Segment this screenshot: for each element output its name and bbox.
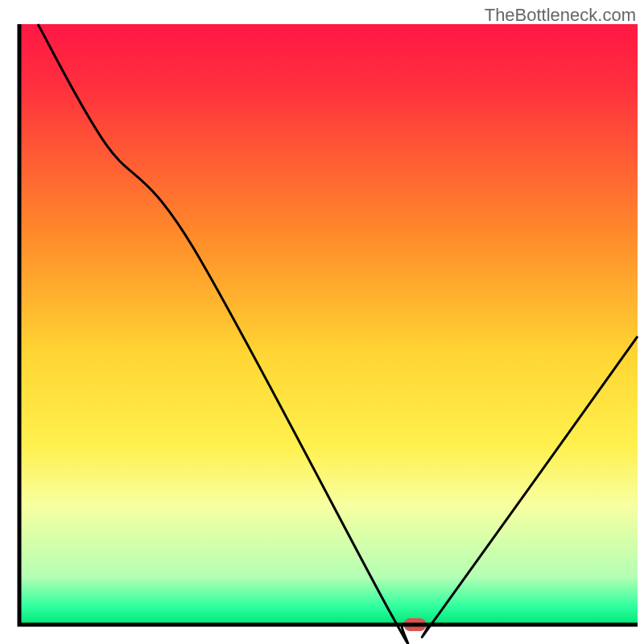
chart-svg: [0, 0, 644, 644]
bottleneck-chart: TheBottleneck.com: [0, 0, 644, 644]
watermark-text: TheBottleneck.com: [485, 5, 636, 26]
plot-background: [19, 24, 638, 625]
